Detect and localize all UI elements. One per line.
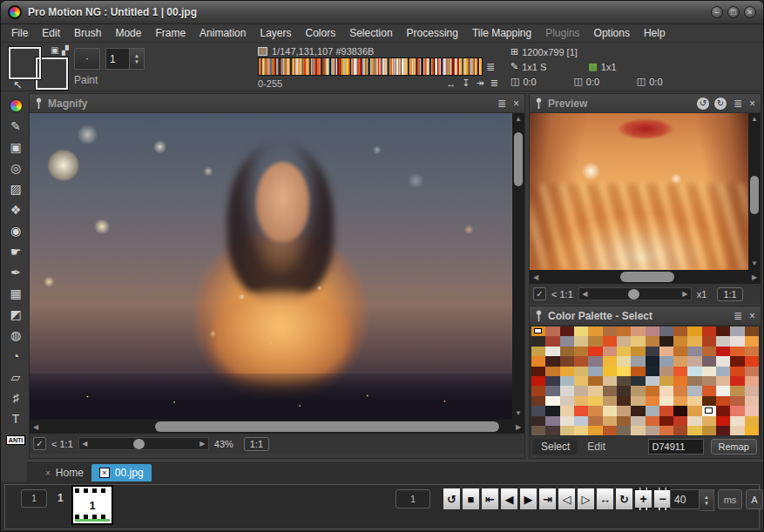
magnify-title-bar[interactable]: Magnify ≣ × [30, 94, 524, 113]
menu-item-help[interactable]: Help [637, 25, 673, 41]
slider-right-icon[interactable]: ▶ [679, 290, 691, 298]
palette-swatch[interactable] [745, 356, 759, 366]
menu-item-file[interactable]: File [4, 25, 35, 41]
palette-swatch[interactable] [531, 327, 545, 336]
palette-swatch[interactable] [745, 376, 759, 386]
brush-size-arrows[interactable]: ▲ ▼ [130, 48, 145, 70]
palette-swatch[interactable] [659, 367, 673, 376]
zoom-slider[interactable]: ◀ ▶ [78, 437, 209, 450]
palette-swatch[interactable] [745, 386, 759, 395]
palette-swatch[interactable] [588, 356, 602, 366]
panel-menu-icon[interactable]: ≣ [497, 98, 506, 110]
tab-home[interactable]: × Home [37, 464, 91, 481]
palette-swatch[interactable] [574, 406, 588, 415]
row-insert-icon[interactable]: ≣ [486, 61, 495, 73]
palette-swatch[interactable] [716, 347, 730, 356]
palette-swatch[interactable] [560, 416, 574, 426]
palette-swatch[interactable] [545, 396, 559, 406]
palette-swatch[interactable] [687, 386, 701, 395]
palette-swatch[interactable] [687, 327, 701, 336]
palette-swatch[interactable] [646, 376, 659, 386]
palette-swatch[interactable] [531, 386, 545, 395]
foreground-color-swatch[interactable] [9, 47, 41, 79]
preview-horizontal-scrollbar[interactable]: ◀ ▶ [530, 270, 761, 284]
palette-swatch[interactable] [659, 356, 673, 366]
palette-swatch[interactable] [702, 356, 716, 366]
palette-swatch[interactable] [574, 336, 588, 346]
palette-swatch[interactable] [617, 416, 631, 426]
palette-swatch[interactable] [659, 406, 673, 415]
palette-swatch[interactable] [617, 396, 631, 406]
scroll-down-icon[interactable]: ▼ [751, 258, 758, 270]
menu-item-frame[interactable]: Frame [148, 25, 193, 41]
palette-swatch[interactable] [702, 347, 716, 356]
palette-gradient-bar[interactable] [258, 57, 483, 76]
rectangle-tool[interactable]: ▣ [4, 137, 27, 158]
palette-swatch[interactable] [631, 386, 645, 395]
palette-swatch[interactable] [659, 386, 673, 395]
color-swirl-tool[interactable] [4, 95, 27, 116]
palette-swatch[interactable] [730, 327, 744, 336]
panel-close-icon[interactable]: × [749, 310, 755, 322]
palette-swatch[interactable] [646, 386, 659, 395]
palette-swatch[interactable] [745, 336, 759, 346]
palette-swatch[interactable] [745, 406, 759, 415]
palette-swatch[interactable] [702, 376, 716, 386]
zoom-slider[interactable]: ◀ ▶ [578, 287, 692, 300]
palette-swatch[interactable] [588, 347, 602, 356]
palette-swatch[interactable] [560, 426, 574, 435]
palette-swatch[interactable] [730, 426, 744, 435]
palette-swatch[interactable] [545, 327, 559, 336]
palette-swatch[interactable] [560, 336, 574, 346]
prev-frame-button[interactable]: ◀ [500, 488, 518, 510]
slider-left-icon[interactable]: ◀ [79, 440, 91, 448]
pin-icon[interactable] [35, 98, 43, 110]
palette-swatch[interactable] [560, 406, 574, 415]
palette-swatch[interactable] [745, 347, 759, 356]
palette-swatch[interactable] [687, 406, 701, 415]
palette-swatch[interactable] [574, 426, 588, 435]
palette-swatch[interactable] [716, 406, 730, 415]
menu-item-tile-mapping[interactable]: Tile Mapping [465, 25, 538, 41]
zoom-lock-checkbox[interactable]: ✓ [533, 287, 546, 300]
stencil-tool[interactable]: ◩ [4, 304, 27, 325]
stop-button[interactable]: ■ [462, 488, 480, 510]
text-tool[interactable]: T [4, 408, 27, 429]
preview-title-bar[interactable]: Preview ↺ ↻ ≣ × [530, 94, 761, 113]
palette-swatch[interactable] [730, 396, 744, 406]
palette-swatch[interactable] [659, 416, 673, 426]
scrollbar-thumb[interactable] [620, 272, 674, 282]
palette-swatch[interactable] [545, 386, 559, 395]
palette-swatch[interactable] [617, 336, 631, 346]
palette-swatch[interactable] [588, 367, 602, 376]
palette-swatch[interactable] [603, 416, 617, 426]
slider-knob[interactable] [133, 439, 145, 449]
apply-all-button[interactable]: A [746, 489, 763, 509]
layers-icon[interactable]: ≣ [490, 77, 498, 89]
rotate-ccw-icon[interactable]: ↺ [697, 98, 709, 110]
palette-swatch[interactable] [531, 347, 545, 356]
palette-swatch[interactable] [631, 396, 645, 406]
play-once-button[interactable]: ↺ [443, 488, 461, 510]
shape-tool[interactable]: ◔ [4, 346, 27, 367]
palette-swatch[interactable] [646, 367, 659, 376]
maximize-button[interactable]: □ [727, 6, 740, 18]
palette-swatch[interactable] [730, 386, 744, 395]
palette-swatch[interactable] [730, 347, 744, 356]
palette-swatch[interactable] [574, 416, 588, 426]
palette-swatch[interactable] [702, 367, 716, 376]
palette-swatch[interactable] [560, 347, 574, 356]
palette-swatch[interactable] [531, 367, 545, 376]
palette-swatch[interactable] [560, 376, 574, 386]
palette-swatch[interactable] [716, 356, 730, 366]
palette-swatch[interactable] [588, 406, 602, 415]
palette-swatch[interactable] [603, 376, 617, 386]
palette-swatch[interactable] [574, 356, 588, 366]
slider-knob[interactable] [628, 289, 639, 300]
step-forward-button[interactable]: ▷ [577, 488, 595, 510]
pingpong-button[interactable]: ↔ [596, 488, 614, 510]
palette-swatch[interactable] [687, 396, 701, 406]
palette-swatch[interactable] [617, 356, 631, 366]
palette-swatch[interactable] [730, 416, 744, 426]
palette-swatch[interactable] [687, 376, 701, 386]
